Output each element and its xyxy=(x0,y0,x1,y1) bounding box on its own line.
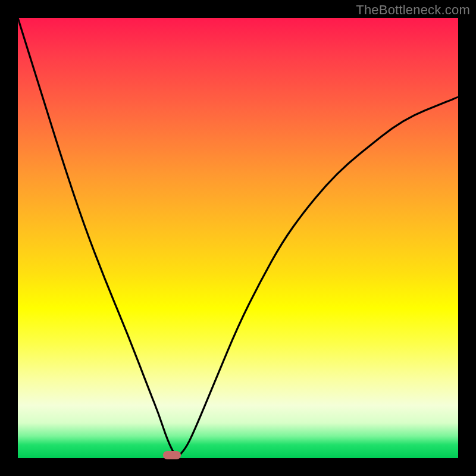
bottleneck-curve xyxy=(18,18,458,458)
attribution-label: TheBottleneck.com xyxy=(356,2,470,18)
plot-area xyxy=(18,18,458,458)
chart-frame: TheBottleneck.com xyxy=(0,0,476,476)
optimal-marker xyxy=(163,451,181,459)
